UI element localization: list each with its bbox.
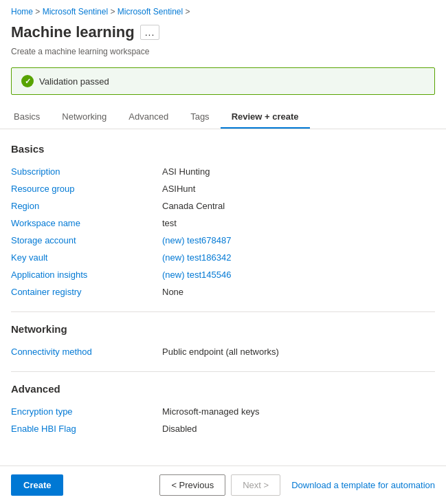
field-value-storage-account: (new) test678487 — [162, 235, 231, 245]
field-encryption-type: Encryption type Microsoft-managed keys — [11, 403, 435, 420]
validation-check-icon — [21, 75, 34, 87]
page-subtitle: Create a machine learning workspace — [0, 47, 446, 65]
field-label-connectivity-method[interactable]: Connectivity method — [11, 347, 162, 357]
tab-tags[interactable]: Tags — [179, 106, 220, 129]
field-label-hbi-flag[interactable]: Enable HBI Flag — [11, 424, 162, 434]
field-label-app-insights[interactable]: Application insights — [11, 270, 162, 280]
create-button[interactable]: Create — [11, 474, 63, 496]
field-connectivity-method: Connectivity method Public endpoint (all… — [11, 343, 435, 360]
field-label-region[interactable]: Region — [11, 201, 162, 211]
field-label-subscription[interactable]: Subscription — [11, 166, 162, 177]
page-header: Machine learning ... — [0, 21, 446, 47]
breadcrumb-sentinel-2[interactable]: Microsoft Sentinel — [118, 7, 183, 17]
field-key-vault: Key vault (new) test186342 — [11, 249, 435, 266]
divider-networking — [11, 311, 435, 312]
tab-networking[interactable]: Networking — [51, 106, 118, 129]
field-hbi-flag: Enable HBI Flag Disabled — [11, 420, 435, 437]
networking-section-title: Networking — [11, 323, 435, 335]
tab-basics[interactable]: Basics — [11, 106, 51, 129]
validation-banner: Validation passed — [11, 67, 435, 95]
field-value-region: Canada Central — [162, 201, 225, 211]
field-value-key-vault: (new) test186342 — [162, 252, 231, 263]
next-button[interactable]: Next > — [231, 474, 280, 496]
ellipsis-button[interactable]: ... — [140, 25, 160, 40]
field-resource-group: Resource group ASIHunt — [11, 180, 435, 197]
validation-text: Validation passed — [39, 76, 109, 87]
tab-advanced[interactable]: Advanced — [118, 106, 179, 129]
field-label-storage-account[interactable]: Storage account — [11, 235, 162, 245]
breadcrumb: Home > Microsoft Sentinel > Microsoft Se… — [0, 0, 446, 21]
field-label-workspace-name[interactable]: Workspace name — [11, 218, 162, 228]
field-label-resource-group[interactable]: Resource group — [11, 184, 162, 194]
page-title: Machine learning — [11, 23, 135, 41]
field-value-connectivity-method: Public endpoint (all networks) — [162, 347, 279, 357]
divider-advanced — [11, 371, 435, 372]
tabs-container: Basics Networking Advanced Tags Review +… — [0, 106, 446, 129]
field-workspace-name: Workspace name test — [11, 215, 435, 232]
field-value-hbi-flag: Disabled — [162, 424, 197, 434]
field-label-key-vault[interactable]: Key vault — [11, 252, 162, 263]
field-value-resource-group: ASIHunt — [162, 184, 195, 194]
field-value-workspace-name: test — [162, 218, 177, 228]
field-value-app-insights: (new) test145546 — [162, 270, 231, 280]
footer: Create < Previous Next > Download a temp… — [0, 465, 446, 504]
content-area: Basics Subscription ASI Hunting Resource… — [0, 129, 446, 492]
field-value-container-registry: None — [162, 287, 183, 297]
breadcrumb-sentinel-1[interactable]: Microsoft Sentinel — [43, 7, 108, 17]
breadcrumb-home[interactable]: Home — [11, 7, 33, 17]
download-template-link[interactable]: Download a template for automation — [291, 480, 435, 490]
field-container-registry: Container registry None — [11, 283, 435, 300]
field-app-insights: Application insights (new) test145546 — [11, 266, 435, 283]
field-storage-account: Storage account (new) test678487 — [11, 232, 435, 249]
previous-button[interactable]: < Previous — [159, 474, 225, 496]
field-subscription: Subscription ASI Hunting — [11, 163, 435, 180]
field-label-encryption-type[interactable]: Encryption type — [11, 406, 162, 417]
field-region: Region Canada Central — [11, 197, 435, 215]
basics-section-title: Basics — [11, 143, 435, 155]
field-value-encryption-type: Microsoft-managed keys — [162, 406, 260, 417]
tab-review-create[interactable]: Review + create — [221, 106, 310, 129]
advanced-section-title: Advanced — [11, 383, 435, 395]
field-value-subscription: ASI Hunting — [162, 166, 210, 177]
field-label-container-registry[interactable]: Container registry — [11, 287, 162, 297]
